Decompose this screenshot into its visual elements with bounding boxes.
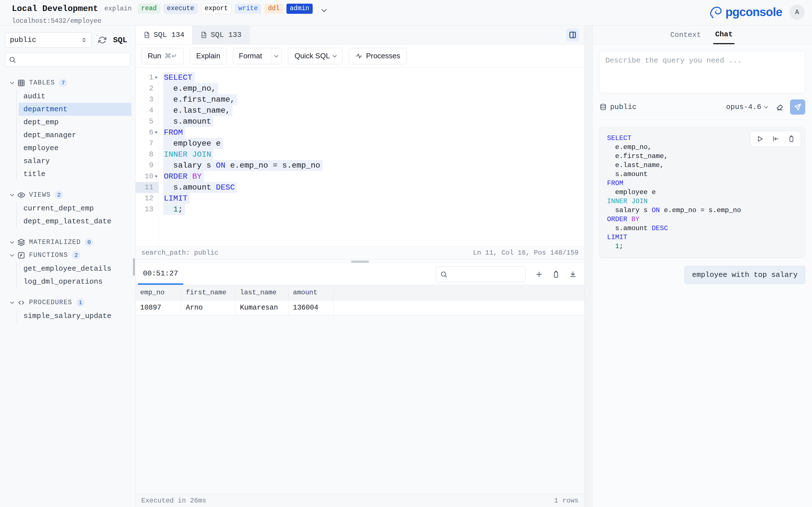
sidebar-item-department[interactable]: department: [18, 103, 132, 116]
resize-handle[interactable]: [351, 261, 369, 263]
layers-icon: [17, 238, 25, 246]
results-empty-area: [136, 315, 584, 494]
sidebar-section-header-tables[interactable]: TABLES 7: [0, 76, 135, 89]
schema-select-value: public: [10, 36, 36, 44]
result-timer-tab[interactable]: 00:51:27: [138, 264, 183, 285]
fold-marker-icon[interactable]: [155, 175, 158, 178]
context-schema[interactable]: public: [599, 103, 637, 111]
column-header-last_name[interactable]: last_name: [236, 285, 289, 300]
fold-marker-icon[interactable]: [155, 131, 158, 134]
pulse-icon: [355, 52, 363, 60]
format-dropdown[interactable]: [271, 48, 282, 64]
sidebar-item-get_employee_details[interactable]: get_employee_details: [18, 262, 132, 275]
tab-context[interactable]: Context: [670, 25, 701, 44]
code-line: e.first_name,: [607, 152, 798, 161]
sql-editor[interactable]: 12345678910111213 SELECT e.emp_no, e.fir…: [136, 68, 584, 246]
chat-prompt-input[interactable]: [599, 51, 805, 93]
sidebar-section-views: VIEWS 2 current_dept_empdept_emp_latest_…: [0, 188, 135, 228]
chevron-down-icon: [10, 192, 14, 196]
code-line: LIMIT: [163, 193, 584, 204]
panel-gap: [585, 25, 592, 507]
sidebar-scrollbar[interactable]: [133, 258, 135, 276]
assistant-sql-code: SELECT e.emp_no, e.first_name, e.last_na…: [607, 134, 798, 251]
sidebar-section-header-functions[interactable]: FUNCTIONS 2: [0, 249, 135, 262]
results-toolbar: 00:51:27: [136, 264, 584, 285]
sidebar-section-header-materialized[interactable]: MATERIALIZED 0: [0, 236, 135, 249]
chevron-down-icon: [274, 53, 278, 57]
schema-select[interactable]: public: [5, 33, 92, 48]
code-line: e.emp_no,: [163, 83, 584, 94]
run-label: Run: [148, 52, 161, 60]
permission-badge-execute: execute: [163, 4, 198, 14]
tab-sql-134[interactable]: SQL 134: [136, 25, 193, 44]
editor-gutter: 12345678910111213: [136, 68, 159, 246]
chevron-down-icon: [764, 105, 768, 108]
sidebar-search-input[interactable]: [5, 53, 130, 67]
send-button[interactable]: [790, 100, 805, 115]
run-shortcut: ⌘↵: [165, 52, 177, 60]
sql-mode-toggle[interactable]: SQL: [113, 36, 127, 45]
results-footer: Executed in 26ms 1 rows: [136, 494, 584, 507]
code-line: e.first_name,: [163, 94, 584, 105]
cell: 10897: [136, 300, 181, 315]
sidebar-section-header-views[interactable]: VIEWS 2: [0, 188, 135, 202]
search-icon: [440, 271, 448, 278]
sidebar-item-dept_emp[interactable]: dept_emp: [18, 116, 132, 129]
sidebar-item-dept_emp_latest_date[interactable]: dept_emp_latest_date: [18, 215, 132, 228]
run-button[interactable]: Run ⌘↵: [141, 48, 184, 64]
sidebar-item-log_dml_operations[interactable]: log_dml_operations: [18, 275, 132, 288]
explain-button[interactable]: Explain: [190, 48, 227, 64]
connection-title: Local Development: [12, 4, 98, 13]
line-number-7: 7: [136, 138, 158, 149]
column-header-emp_no[interactable]: emp_no: [136, 285, 181, 300]
code-line: salary s ON e.emp_no = s.emp_no: [607, 206, 798, 215]
download-icon[interactable]: [569, 270, 577, 278]
add-tab-icon[interactable]: [535, 270, 543, 278]
editor-toolbar: Run ⌘↵ Explain Format Quick SQL Processe…: [136, 45, 584, 68]
insert-to-editor-icon[interactable]: [772, 135, 779, 143]
run-query-icon[interactable]: [756, 135, 763, 143]
format-button[interactable]: Format: [233, 48, 282, 64]
sidebar-item-title[interactable]: title: [18, 168, 132, 180]
editor-code[interactable]: SELECT e.emp_no, e.first_name, e.last_na…: [159, 68, 584, 246]
sidebar-item-employee[interactable]: employee: [18, 142, 132, 155]
copy-sql-icon[interactable]: [788, 135, 795, 143]
split-panel-toggle[interactable]: [566, 29, 579, 41]
permission-badge-admin: admin: [287, 4, 313, 14]
processes-button[interactable]: Processes: [349, 48, 407, 64]
sidebar-section-header-procedures[interactable]: PROCEDURES 1: [0, 296, 135, 309]
refresh-icon[interactable]: [98, 36, 106, 44]
model-selector[interactable]: opus-4.6: [726, 103, 767, 111]
tab-label: SQL 134: [154, 31, 185, 39]
code-line: s.amount: [607, 170, 798, 179]
connection-string: localhost:5432/employee: [12, 17, 326, 25]
column-header-amount[interactable]: amount: [289, 285, 334, 300]
format-label: Format: [233, 52, 267, 60]
quick-sql-button[interactable]: Quick SQL: [288, 48, 343, 64]
tab-chat[interactable]: Chat: [713, 25, 734, 44]
copy-results-icon[interactable]: [552, 270, 560, 278]
code-line: e.last_name,: [607, 161, 798, 170]
fold-marker-icon[interactable]: [155, 76, 158, 79]
cell-filler: [334, 300, 584, 315]
tab-sql-133[interactable]: SQL 133: [193, 25, 250, 44]
sidebar-item-dept_manager[interactable]: dept_manager: [18, 129, 132, 142]
section-label: VIEWS: [29, 191, 51, 199]
sidebar-item-salary[interactable]: salary: [18, 155, 132, 168]
sidebar-section-tables: TABLES 7 auditdepartmentdept_empdept_man…: [0, 76, 135, 181]
line-number-10: 10: [136, 171, 158, 182]
chevron-down-icon[interactable]: [321, 7, 326, 12]
section-label: PROCEDURES: [29, 299, 72, 306]
line-number-6: 6: [136, 127, 158, 138]
sidebar-item-audit[interactable]: audit: [18, 90, 132, 103]
sidebar-items-views: current_dept_empdept_emp_latest_date: [0, 202, 135, 228]
results-header-row: emp_nofirst_namelast_nameamount: [136, 285, 584, 300]
results-search-input[interactable]: [436, 267, 525, 282]
line-number-5: 5: [136, 116, 158, 127]
tab-label: SQL 133: [211, 31, 241, 39]
avatar[interactable]: A: [790, 4, 805, 20]
column-header-first_name[interactable]: first_name: [181, 285, 236, 300]
sidebar-item-simple_salary_update[interactable]: simple_salary_update: [18, 309, 132, 323]
clear-chat-icon[interactable]: [775, 103, 784, 111]
sidebar-item-current_dept_emp[interactable]: current_dept_emp: [18, 202, 132, 215]
